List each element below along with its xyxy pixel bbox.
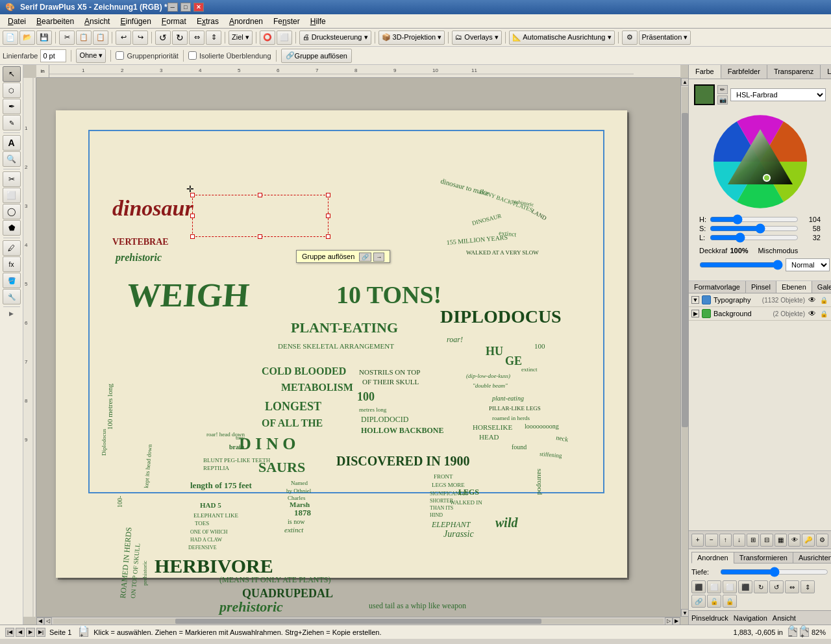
- handle-bm[interactable]: [258, 234, 262, 239]
- tool-expand[interactable]: ▶: [8, 309, 15, 318]
- tool-select[interactable]: ↖: [3, 66, 21, 82]
- page-add-button[interactable]: 📄+: [79, 628, 88, 637]
- isolierte-checkbox[interactable]: [188, 51, 197, 60]
- copy-button[interactable]: 📋: [76, 31, 92, 45]
- blend-dropdown[interactable]: Normal Multiply Screen: [786, 258, 830, 271]
- flip-v-button[interactable]: ⇕: [206, 31, 221, 45]
- tool-brush[interactable]: 🖊: [3, 240, 21, 256]
- tab-ebenen[interactable]: Ebenen: [776, 281, 812, 293]
- tab-transparenz[interactable]: Transparenz: [767, 65, 821, 79]
- pinseldruck-label[interactable]: Pinseldruck: [691, 614, 728, 622]
- tool-pen[interactable]: ✒: [3, 99, 21, 114]
- layer-move-down-button[interactable]: ↓: [733, 534, 745, 547]
- ansicht-label[interactable]: Ansicht: [773, 614, 796, 622]
- tab-pinsel[interactable]: Pinsel: [746, 281, 776, 293]
- redo-button[interactable]: ↪: [132, 31, 148, 45]
- layer-lock-background[interactable]: 🔒: [819, 309, 828, 318]
- hscroll-left[interactable]: ◀: [36, 617, 44, 625]
- layer-add-button[interactable]: +: [691, 534, 704, 547]
- tab-farbfelder[interactable]: Farbfelder: [721, 65, 767, 79]
- arrange-lock[interactable]: 🔒: [723, 595, 737, 608]
- arrange-backward-button[interactable]: ⬜: [723, 580, 737, 593]
- layer-merge-button[interactable]: ⊟: [760, 534, 773, 547]
- arrange-forward-button[interactable]: ⬜: [707, 580, 721, 593]
- tool-shape[interactable]: ⬟: [3, 220, 21, 236]
- s-slider[interactable]: [710, 225, 799, 232]
- layer-options-button[interactable]: ⚙: [816, 534, 828, 547]
- praesentation-dropdown[interactable]: Präsentation ▾: [639, 31, 691, 45]
- menu-anordnen[interactable]: Anordnen: [224, 16, 268, 27]
- ohne-dropdown[interactable]: Ohne ▾: [76, 49, 106, 63]
- tab-galerie[interactable]: Galerie: [812, 281, 831, 293]
- minimize-button[interactable]: ─: [167, 3, 178, 12]
- tiefe-slider[interactable]: [720, 567, 828, 576]
- circle-button[interactable]: ⭕: [260, 31, 275, 45]
- layer-eye-typography[interactable]: 👁: [808, 295, 817, 304]
- handle-tr[interactable]: [326, 193, 330, 197]
- menu-fenster[interactable]: Fenster: [268, 16, 305, 27]
- layer-visible-button[interactable]: 👁: [788, 534, 800, 547]
- color-edit-button[interactable]: ✏: [717, 85, 728, 94]
- tool-pencil[interactable]: ✎: [3, 115, 21, 130]
- color-wheel-container[interactable]: [694, 110, 826, 213]
- tool-zoom[interactable]: 🔍: [3, 151, 21, 167]
- tool-rect[interactable]: ⬜: [3, 188, 21, 203]
- tool-effects[interactable]: fx: [3, 256, 21, 272]
- tool-text[interactable]: A: [3, 135, 21, 151]
- overlays-dropdown[interactable]: 🗂 Overlays ▾: [452, 31, 502, 45]
- layer-flatten-button[interactable]: ▦: [775, 534, 787, 547]
- vscroll-down[interactable]: ▼: [681, 609, 688, 617]
- tool-crop[interactable]: ✂: [3, 171, 21, 187]
- hscroll-pagestart[interactable]: ◁: [44, 617, 52, 625]
- l-slider[interactable]: [710, 234, 799, 242]
- 3d-dropdown[interactable]: 📦 3D-Projektion ▾: [378, 31, 445, 45]
- tooltip-btn1[interactable]: 🔗: [359, 253, 371, 262]
- color-wheel-svg[interactable]: [712, 113, 809, 210]
- close-button[interactable]: ✕: [193, 3, 204, 12]
- menu-ansicht[interactable]: Ansicht: [79, 16, 115, 27]
- page-prev-button[interactable]: ◀: [16, 628, 25, 637]
- maximize-button[interactable]: □: [180, 3, 191, 12]
- undo-button[interactable]: ↩: [116, 31, 131, 45]
- tab-formatvorlage[interactable]: Formatvorlage: [689, 281, 746, 293]
- arrange-rotate-cw[interactable]: ↻: [754, 580, 768, 593]
- menu-extras[interactable]: Extras: [192, 16, 224, 27]
- tool-fill[interactable]: 🪣: [3, 273, 21, 288]
- tab-farbe[interactable]: Farbe: [689, 65, 721, 79]
- zoom-in-button[interactable]: 🔍+: [800, 628, 809, 637]
- tool-ellipse[interactable]: ◯: [3, 204, 21, 219]
- color-swatch[interactable]: [694, 84, 715, 105]
- flip-h-button[interactable]: ⇔: [189, 31, 205, 45]
- menu-bearbeiten[interactable]: Bearbeiten: [31, 16, 79, 27]
- hscroll-thumb[interactable]: [175, 619, 541, 624]
- new-button[interactable]: 📄: [3, 31, 18, 45]
- paste-button[interactable]: 📋: [93, 31, 108, 45]
- layer-move-up-button[interactable]: ↑: [719, 534, 732, 547]
- save-button[interactable]: 💾: [36, 31, 52, 45]
- gruppenprioritat-checkbox[interactable]: [116, 51, 124, 60]
- tooltip-btn2[interactable]: →: [373, 253, 384, 262]
- ziel-dropdown[interactable]: Ziel ▾: [229, 31, 253, 45]
- arrange-tab-transformieren[interactable]: Transformieren: [734, 552, 793, 564]
- handle-ml[interactable]: [190, 214, 195, 218]
- rotate-right-button[interactable]: ↻: [172, 31, 188, 45]
- arrange-tab-ausrichten[interactable]: Ausrichten: [793, 552, 831, 564]
- vertical-scrollbar[interactable]: ▲ ▼: [680, 78, 688, 617]
- handle-br[interactable]: [326, 234, 330, 239]
- arrange-flip-v[interactable]: ⇕: [800, 580, 815, 593]
- gruppe-btn[interactable]: 🔗 Gruppe auflösen: [281, 49, 352, 63]
- arrange-back-button[interactable]: ⬛: [738, 580, 752, 593]
- layer-typography[interactable]: ▼ Typography (1132 Objekte) 👁 🔒: [689, 293, 831, 307]
- layer-lock-typography[interactable]: 🔒: [819, 295, 828, 304]
- page-next-button[interactable]: ▶: [26, 628, 35, 637]
- hscroll-right[interactable]: ▶: [673, 617, 680, 625]
- tab-linie[interactable]: Linie: [821, 65, 831, 79]
- horizontal-scrollbar[interactable]: ◀ ◁ ▷ ▶: [36, 617, 680, 625]
- tool-node[interactable]: ⬡: [3, 82, 21, 98]
- arrange-group[interactable]: 🔗: [691, 595, 706, 608]
- handle-mr[interactable]: [326, 214, 330, 218]
- canvas-area[interactable]: in 1 2 3 4 5 6 7 8 9 10 11 1 2: [23, 65, 688, 625]
- hscroll-pageend[interactable]: ▷: [665, 617, 673, 625]
- handle-bl[interactable]: [190, 234, 195, 239]
- color-select-button[interactable]: 📷: [717, 95, 728, 105]
